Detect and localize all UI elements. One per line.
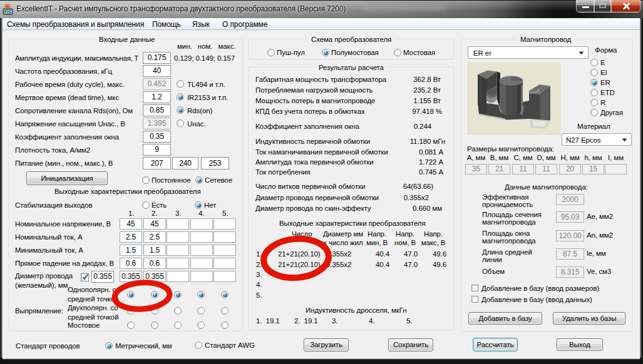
svg-text:N: N	[6, 4, 9, 9]
svg-text:C: C	[9, 9, 12, 14]
svg-text:F: F	[4, 9, 7, 14]
